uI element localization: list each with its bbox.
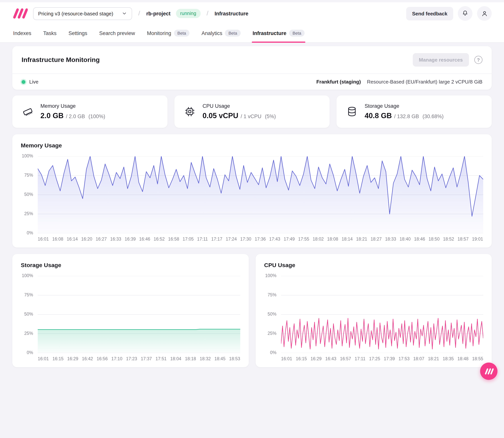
x-tick-label: 16:58 xyxy=(168,237,179,241)
stat-value-line: 2.0 GB / 2.0 GB (100%) xyxy=(40,112,105,120)
chart-plot-area xyxy=(38,276,240,353)
chevron-down-icon xyxy=(122,11,127,16)
x-axis-labels: 16:0116:0816:1416:2016:2716:3316:3916:46… xyxy=(38,237,483,241)
live-dot-icon xyxy=(22,80,25,84)
x-tick-label: 16:20 xyxy=(81,237,92,241)
memory-stat-card: Memory Usage 2.0 GB / 2.0 GB (100%) xyxy=(12,96,168,128)
x-tick-label: 17:37 xyxy=(141,356,152,361)
region-label: Frankfurt (staging) xyxy=(316,79,361,85)
x-tick-label: 17:43 xyxy=(269,237,280,241)
x-tick-label: 17:05 xyxy=(183,237,194,241)
x-tick-label: 16:39 xyxy=(125,237,136,241)
x-tick-label: 16:42 xyxy=(82,356,93,361)
stat-detail: / 132.8 GB xyxy=(394,114,419,119)
stat-percent: (5%) xyxy=(265,114,276,119)
x-tick-label: 16:29 xyxy=(311,356,322,361)
project-selector-label: Pricing v3 (resource-based stage) xyxy=(38,11,113,16)
x-tick-label: 18:04 xyxy=(170,356,181,361)
monitoring-actions: Manage resources ? xyxy=(413,53,482,66)
storage-usage-chart-card: Storage Usage 0%25%50%75%100% 16:0116:15… xyxy=(12,254,249,367)
y-tick-label: 25% xyxy=(24,211,33,216)
header-top-row: Pricing v3 (resource-based stage) / rb-p… xyxy=(0,2,504,25)
chart-title: Storage Usage xyxy=(21,262,240,268)
tab-label: Settings xyxy=(68,30,87,36)
x-tick-label: 16:43 xyxy=(325,356,336,361)
x-tick-label: 17:24 xyxy=(226,237,237,241)
beta-badge: Beta xyxy=(225,30,241,37)
tab-infrastructure[interactable]: Infrastructure Beta xyxy=(252,25,305,42)
x-tick-label: 17:23 xyxy=(126,356,137,361)
y-tick-label: 100% xyxy=(22,153,33,158)
y-tick-label: 75% xyxy=(24,293,33,297)
meilisearch-widget-button[interactable] xyxy=(480,362,497,380)
x-tick-label: 16:15 xyxy=(296,356,307,361)
chart-title: Memory Usage xyxy=(21,142,483,149)
x-tick-label: 17:39 xyxy=(384,356,395,361)
stat-body: Memory Usage 2.0 GB / 2.0 GB (100%) xyxy=(40,103,105,120)
y-tick-label: 75% xyxy=(268,293,276,297)
y-tick-label: 100% xyxy=(22,273,33,278)
x-tick-label: 18:45 xyxy=(214,356,226,361)
x-tick-label: 18:55 xyxy=(472,356,483,361)
x-tick-label: 18:53 xyxy=(229,356,240,361)
project-selector-dropdown[interactable]: Pricing v3 (resource-based stage) xyxy=(33,7,132,20)
x-tick-label: 16:08 xyxy=(52,237,63,241)
x-tick-label: 18:32 xyxy=(200,356,211,361)
x-tick-label: 16:56 xyxy=(97,356,108,361)
tab-label: Tasks xyxy=(43,30,56,36)
x-axis-labels: 16:0116:1516:2916:4316:5717:1117:2517:39… xyxy=(281,356,483,361)
tab-indexes[interactable]: Indexes xyxy=(12,25,32,42)
cpu-usage-chart-card: CPU Usage 0%25%50%75%100% 16:0116:1516:2… xyxy=(256,254,492,367)
x-tick-label: 18:35 xyxy=(443,356,454,361)
x-tick-label: 16:01 xyxy=(38,237,49,241)
chart-grid: 0%25%50%75%100% xyxy=(264,276,483,353)
monitoring-title-row: Infrastructure Monitoring Manage resourc… xyxy=(12,46,492,74)
x-tick-label: 16:01 xyxy=(281,356,292,361)
x-tick-label: 17:11 xyxy=(197,237,208,241)
x-tick-label: 17:25 xyxy=(369,356,380,361)
meilisearch-logo-icon xyxy=(12,8,28,19)
x-tick-label: 17:53 xyxy=(399,356,410,361)
notifications-button[interactable] xyxy=(458,6,472,21)
y-tick-label: 0% xyxy=(27,230,33,235)
cpu-usage-chart: 0%25%50%75%100% 16:0116:1516:2916:4316:5… xyxy=(264,276,483,361)
x-tick-label: 16:15 xyxy=(52,356,64,361)
instance-info: Frankfurt (staging) Resource-Based (EU/F… xyxy=(316,79,482,85)
x-tick-label: 18:08 xyxy=(327,237,338,241)
tab-settings[interactable]: Settings xyxy=(68,25,88,42)
app-root: Pricing v3 (resource-based stage) / rb-p… xyxy=(0,2,504,438)
y-tick-label: 25% xyxy=(24,331,33,336)
breadcrumb-project[interactable]: rb-project xyxy=(146,11,170,16)
x-tick-label: 18:21 xyxy=(356,237,367,241)
breadcrumb-separator: / xyxy=(206,10,209,17)
x-tick-label: 18:27 xyxy=(370,237,382,241)
tab-tasks[interactable]: Tasks xyxy=(43,25,57,42)
y-tick-label: 50% xyxy=(24,312,33,316)
account-button[interactable] xyxy=(477,6,492,21)
tab-analytics[interactable]: Analytics Beta xyxy=(201,25,241,42)
tab-search-preview[interactable]: Search preview xyxy=(98,25,136,42)
x-tick-label: 16:14 xyxy=(67,237,78,241)
breadcrumb-separator: / xyxy=(137,10,141,17)
tab-label: Monitoring xyxy=(147,30,171,36)
live-status-row: Live Frankfurt (staging) Resource-Based … xyxy=(12,74,492,90)
tab-monitoring[interactable]: Monitoring Beta xyxy=(146,25,190,42)
manage-resources-button[interactable]: Manage resources xyxy=(413,53,469,66)
meilisearch-logo-icon xyxy=(484,368,493,375)
stat-body: CPU Usage 0.05 vCPU / 1 vCPU (5%) xyxy=(202,103,276,120)
help-icon[interactable]: ? xyxy=(474,56,482,64)
send-feedback-button[interactable]: Send feedback xyxy=(406,7,453,20)
x-tick-label: 17:36 xyxy=(255,237,266,241)
x-tick-label: 16:57 xyxy=(340,356,351,361)
y-tick-label: 75% xyxy=(24,173,33,177)
bottom-charts-row: Storage Usage 0%25%50%75%100% 16:0116:15… xyxy=(12,248,492,367)
y-axis-labels: 0%25%50%75%100% xyxy=(21,276,38,353)
stat-value: 2.0 GB xyxy=(40,112,64,120)
x-tick-label: 17:11 xyxy=(355,356,365,361)
stat-value: 40.8 GB xyxy=(365,112,392,120)
stat-value-line: 40.8 GB / 132.8 GB (30.68%) xyxy=(365,112,444,120)
x-tick-label: 18:46 xyxy=(414,237,425,241)
x-tick-label: 17:51 xyxy=(156,356,167,361)
chart-grid: 0%25%50%75%100% xyxy=(21,276,240,353)
stat-cards-row: Memory Usage 2.0 GB / 2.0 GB (100%) xyxy=(12,96,492,128)
